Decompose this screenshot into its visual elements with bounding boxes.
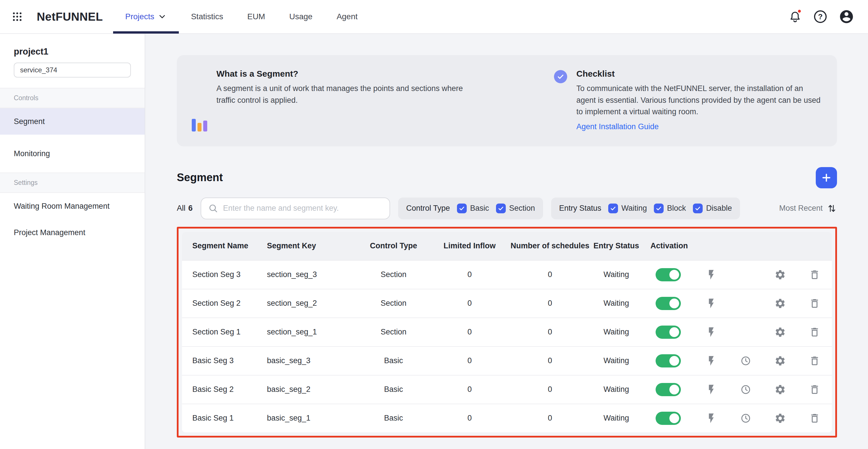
checkbox-label: Section bbox=[509, 204, 535, 213]
activation-toggle[interactable] bbox=[656, 412, 681, 425]
gear-icon[interactable] bbox=[774, 326, 786, 338]
top-navbar: NetFUNNEL Projects Statistics EUM Usage … bbox=[0, 0, 868, 34]
nav-eum[interactable]: EUM bbox=[235, 0, 277, 34]
trash-icon[interactable] bbox=[809, 326, 820, 338]
notifications-bell-icon[interactable] bbox=[788, 10, 802, 24]
add-segment-button[interactable] bbox=[816, 167, 837, 188]
sort-label: Most Recent bbox=[779, 204, 823, 213]
service-select[interactable]: service_374 bbox=[14, 63, 131, 78]
checklist-card: Checklist To communicate with the NetFUN… bbox=[554, 69, 822, 131]
checklist-check-icon bbox=[554, 70, 567, 83]
control-type-filter: Control Type Basic Section bbox=[398, 198, 543, 219]
toggle-knob bbox=[670, 299, 679, 308]
limited-inflow-cell: 0 bbox=[429, 270, 510, 279]
toggle-knob bbox=[670, 270, 679, 280]
activation-toggle[interactable] bbox=[656, 326, 681, 339]
nav-usage[interactable]: Usage bbox=[277, 0, 324, 34]
checkbox-label: Waiting bbox=[621, 204, 647, 213]
nav-label: Usage bbox=[289, 12, 313, 21]
segment-columns-icon bbox=[192, 70, 207, 131]
highlight-annotation-box: Segment Name Segment Key Control Type Li… bbox=[177, 227, 837, 438]
page-title: Segment bbox=[177, 171, 223, 184]
gear-icon[interactable] bbox=[774, 384, 786, 395]
all-count: All 6 bbox=[177, 204, 193, 213]
limited-inflow-cell: 0 bbox=[429, 385, 510, 394]
filter-bar: All 6 Control Type Basic Section Entry bbox=[177, 198, 837, 219]
checkbox-disable[interactable]: Disable bbox=[693, 204, 732, 213]
sort-control[interactable]: Most Recent bbox=[779, 203, 837, 214]
checkbox-section[interactable]: Section bbox=[496, 204, 535, 213]
main-content: What is a Segment? A segment is a unit o… bbox=[145, 34, 868, 449]
sidebar-item-waiting-room[interactable]: Waiting Room Management bbox=[0, 193, 145, 219]
activation-toggle[interactable] bbox=[656, 268, 681, 281]
toggle-knob bbox=[670, 356, 679, 366]
segment-name-cell: Basic Seg 2 bbox=[182, 385, 267, 394]
checkbox-checked-icon bbox=[693, 204, 703, 213]
checkbox-checked-icon bbox=[496, 204, 506, 213]
activation-toggle[interactable] bbox=[656, 383, 681, 396]
activation-toggle[interactable] bbox=[656, 354, 681, 367]
schedules-cell: 0 bbox=[510, 356, 590, 365]
clock-icon[interactable] bbox=[740, 384, 751, 395]
column-header: Limited Inflow bbox=[429, 238, 510, 255]
bolt-icon[interactable] bbox=[706, 384, 717, 395]
help-icon[interactable]: ? bbox=[814, 10, 827, 23]
search-input[interactable] bbox=[223, 204, 383, 213]
table-row: Section Seg 3 section_seg_3 Section 0 0 … bbox=[182, 260, 832, 289]
app-grid-icon[interactable] bbox=[11, 11, 23, 22]
account-avatar-icon[interactable] bbox=[839, 9, 854, 24]
netfunnel-logo[interactable]: NetFUNNEL bbox=[37, 10, 103, 23]
sidebar-item-monitoring[interactable]: Monitoring bbox=[0, 140, 145, 167]
bolt-icon[interactable] bbox=[706, 298, 717, 309]
bolt-icon[interactable] bbox=[706, 413, 717, 424]
sidebar-item-segment[interactable]: Segment bbox=[0, 108, 145, 134]
limited-inflow-cell: 0 bbox=[429, 414, 510, 423]
schedules-cell: 0 bbox=[510, 385, 590, 394]
segment-key-cell: section_seg_2 bbox=[267, 299, 358, 308]
notification-badge bbox=[797, 9, 802, 14]
table-row: Basic Seg 2 basic_seg_2 Basic 0 0 Waitin… bbox=[182, 375, 832, 403]
info-banner: What is a Segment? A segment is a unit o… bbox=[177, 55, 837, 146]
agent-installation-guide-link[interactable]: Agent Installation Guide bbox=[577, 122, 659, 131]
gear-icon[interactable] bbox=[774, 355, 786, 367]
trash-icon[interactable] bbox=[809, 384, 820, 395]
trash-icon[interactable] bbox=[809, 269, 820, 280]
bolt-icon[interactable] bbox=[706, 269, 717, 280]
schedules-cell: 0 bbox=[510, 270, 590, 279]
gear-icon[interactable] bbox=[774, 298, 786, 309]
control-type-cell: Basic bbox=[358, 414, 429, 423]
checkbox-basic[interactable]: Basic bbox=[457, 204, 489, 213]
control-type-cell: Section bbox=[358, 328, 429, 336]
nav-statistics[interactable]: Statistics bbox=[179, 0, 235, 34]
chevron-down-icon bbox=[158, 12, 167, 21]
entry-status-cell: Waiting bbox=[590, 270, 642, 279]
column-header: Entry Status bbox=[590, 238, 642, 255]
segment-name-cell: Section Seg 1 bbox=[182, 328, 267, 336]
toggle-knob bbox=[670, 327, 679, 337]
sidebar-item-project-management[interactable]: Project Management bbox=[0, 219, 145, 246]
segment-table: Segment Name Segment Key Control Type Li… bbox=[182, 232, 832, 432]
limited-inflow-cell: 0 bbox=[429, 299, 510, 308]
activation-toggle[interactable] bbox=[656, 297, 681, 310]
service-select-value: service_374 bbox=[20, 66, 57, 74]
nav-agent[interactable]: Agent bbox=[324, 0, 370, 34]
bolt-icon[interactable] bbox=[706, 355, 717, 367]
trash-icon[interactable] bbox=[809, 413, 820, 424]
schedules-cell: 0 bbox=[510, 328, 590, 336]
sort-arrows-icon bbox=[827, 203, 837, 214]
checkbox-block[interactable]: Block bbox=[654, 204, 686, 213]
gear-icon[interactable] bbox=[774, 269, 786, 280]
clock-icon[interactable] bbox=[740, 355, 751, 367]
trash-icon[interactable] bbox=[809, 298, 820, 309]
checkbox-waiting[interactable]: Waiting bbox=[608, 204, 647, 213]
nav-projects[interactable]: Projects bbox=[113, 0, 179, 34]
trash-icon[interactable] bbox=[809, 355, 820, 367]
clock-icon[interactable] bbox=[740, 413, 751, 424]
column-header: Control Type bbox=[358, 238, 429, 255]
nav-label: Statistics bbox=[191, 12, 223, 21]
gear-icon[interactable] bbox=[774, 413, 786, 424]
control-type-filter-label: Control Type bbox=[406, 204, 450, 213]
bolt-icon[interactable] bbox=[706, 326, 717, 338]
column-header: Segment Name bbox=[182, 238, 267, 255]
entry-status-cell: Waiting bbox=[590, 356, 642, 365]
